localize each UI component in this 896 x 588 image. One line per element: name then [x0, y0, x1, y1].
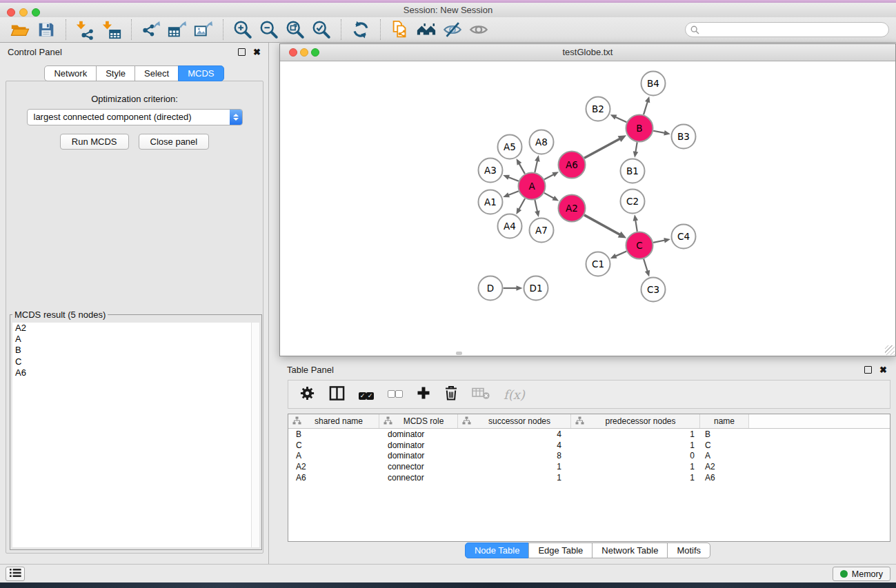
graph-edge-B-B4[interactable] [644, 97, 650, 115]
mcds-result-item[interactable]: A2 [12, 323, 251, 334]
create-column-button[interactable] [417, 386, 430, 403]
tab-motifs[interactable]: Motifs [667, 543, 710, 558]
table-cell[interactable]: 4 [458, 429, 571, 439]
zoom-out-button[interactable] [256, 19, 282, 41]
graph-node-A5[interactable]: A5 [498, 135, 522, 159]
graph-node-B1[interactable]: B1 [621, 159, 645, 183]
table-cell[interactable]: B [700, 429, 749, 439]
select-all-columns-button[interactable]: ✓✓ [359, 388, 374, 401]
graph-node-A7[interactable]: A7 [530, 219, 554, 243]
canvas-scroll-thumb[interactable] [456, 352, 462, 355]
table-cell[interactable]: 1 [571, 429, 700, 439]
table-cell[interactable]: 0 [571, 451, 700, 460]
table-cell[interactable]: 1 [458, 462, 571, 472]
window-resize-grip[interactable] [885, 345, 895, 355]
table-cell[interactable]: B [288, 429, 379, 439]
table-cell[interactable]: A2 [288, 462, 379, 472]
table-cell[interactable]: dominator [379, 429, 458, 439]
network-window-titlebar[interactable]: testGlobe.txt [280, 44, 895, 61]
column-header-MCDS-role[interactable]: MCDS role [379, 414, 458, 428]
graph-node-D1[interactable]: D1 [524, 276, 548, 301]
column-visibility-button[interactable] [329, 385, 345, 404]
table-cell[interactable]: 4 [458, 440, 571, 450]
mcds-result-list[interactable]: A2ABCA6 [12, 323, 251, 547]
graph-edge-A-A7[interactable] [535, 200, 539, 217]
graph-edge-A6-B[interactable] [584, 135, 626, 158]
tab-node-table[interactable]: Node Table [465, 543, 530, 558]
table-cell[interactable]: A6 [288, 473, 379, 483]
column-header-successor-nodes[interactable]: successor nodes [458, 414, 571, 428]
table-row[interactable]: Cdominator41C [288, 440, 890, 451]
mcds-result-item[interactable]: B [12, 345, 251, 356]
show-all-button[interactable] [466, 19, 492, 41]
table-cell[interactable]: C [700, 440, 749, 450]
graph-edge-C-C2[interactable] [633, 214, 639, 231]
table-cell[interactable]: connector [379, 473, 458, 483]
graph-edge-A-A8[interactable] [535, 155, 539, 172]
graph-node-A6[interactable]: A6 [559, 152, 586, 179]
graph-edge-A-A4[interactable] [516, 199, 525, 214]
column-header-shared-name[interactable]: shared name [288, 414, 379, 428]
zoom-selected-region-button[interactable] [308, 19, 335, 41]
table-cell[interactable]: 1 [571, 440, 700, 450]
table-cell[interactable]: A2 [700, 462, 749, 472]
graph-node-D[interactable]: D [479, 276, 503, 301]
table-cell[interactable]: A [288, 451, 379, 460]
first-neighbors-button[interactable] [413, 19, 439, 41]
table-cell[interactable]: 1 [571, 473, 700, 483]
graph-edge-A2-C[interactable] [584, 215, 626, 239]
export-image-button[interactable] [190, 19, 217, 41]
zoom-fit-content-button[interactable] [282, 19, 308, 41]
mcds-result-item[interactable]: A [12, 334, 251, 345]
graph-edge-A-A5[interactable] [517, 159, 525, 174]
graph-node-A3[interactable]: A3 [479, 159, 503, 183]
search-input[interactable] [685, 22, 889, 37]
network-graph[interactable]: B4B2BB3A8A5A6A3B1AA1C2A2A4A7C4CC1DD1C3 [280, 61, 895, 356]
open-file-button[interactable] [7, 19, 33, 41]
graph-node-A[interactable]: A [519, 173, 546, 200]
column-header-name[interactable]: name [700, 414, 749, 428]
optimization-criterion-select[interactable]: largest connected component (directed) [27, 109, 243, 125]
network-canvas[interactable]: B4B2BB3A8A5A6A3B1AA1C2A2A4A7C4CC1DD1C3 [280, 61, 895, 356]
unselect-all-columns-button[interactable] [388, 388, 403, 401]
graph-edge-A-A3[interactable] [503, 175, 519, 181]
graph-node-C3[interactable]: C3 [641, 278, 666, 302]
close-panel-button[interactable]: Close panel [139, 134, 210, 150]
tab-network[interactable]: Network [44, 65, 97, 81]
table-row[interactable]: Adominator80A [288, 451, 890, 462]
delete-columns-button[interactable] [444, 385, 458, 404]
graph-node-B4[interactable]: B4 [641, 72, 666, 96]
table-cell[interactable]: connector [379, 462, 458, 472]
mcds-result-item[interactable]: A6 [12, 367, 251, 378]
table-settings-button[interactable] [299, 385, 315, 404]
float-control-panel-icon[interactable] [238, 48, 246, 56]
graph-node-B3[interactable]: B3 [672, 125, 696, 149]
graph-node-A4[interactable]: A4 [498, 214, 522, 239]
graph-node-C2[interactable]: C2 [621, 190, 645, 214]
tab-network-table[interactable]: Network Table [592, 543, 668, 558]
main-titlebar[interactable]: Session: New Session [0, 3, 896, 18]
save-session-button[interactable] [33, 19, 59, 41]
close-table-panel-icon[interactable]: ✖ [879, 366, 887, 374]
hide-selected-button[interactable] [439, 19, 466, 41]
table-cell[interactable]: A [700, 451, 749, 460]
graph-node-C1[interactable]: C1 [586, 252, 610, 276]
table-cell[interactable]: 1 [458, 473, 571, 483]
graph-node-C[interactable]: C [626, 232, 653, 259]
zoom-in-button[interactable] [230, 19, 256, 41]
tab-mcds[interactable]: MCDS [178, 65, 223, 81]
graph-edge-A-A6[interactable] [544, 172, 559, 179]
graph-edge-C-C4[interactable] [653, 238, 670, 243]
graph-node-A8[interactable]: A8 [530, 130, 554, 154]
table-row[interactable]: Bdominator41B [288, 429, 890, 440]
graph-edge-C-C3[interactable] [644, 259, 650, 277]
graph-edge-B-B3[interactable] [653, 130, 670, 135]
apply-layout-button[interactable] [348, 19, 374, 41]
graph-node-A2[interactable]: A2 [559, 195, 586, 222]
tab-style[interactable]: Style [96, 65, 135, 81]
import-network-from-file-button[interactable] [72, 19, 99, 41]
run-mcds-button[interactable]: Run MCDS [60, 134, 129, 150]
graph-node-B[interactable]: B [626, 115, 653, 142]
graph-node-A1[interactable]: A1 [479, 190, 503, 214]
graph-node-C4[interactable]: C4 [672, 225, 696, 249]
